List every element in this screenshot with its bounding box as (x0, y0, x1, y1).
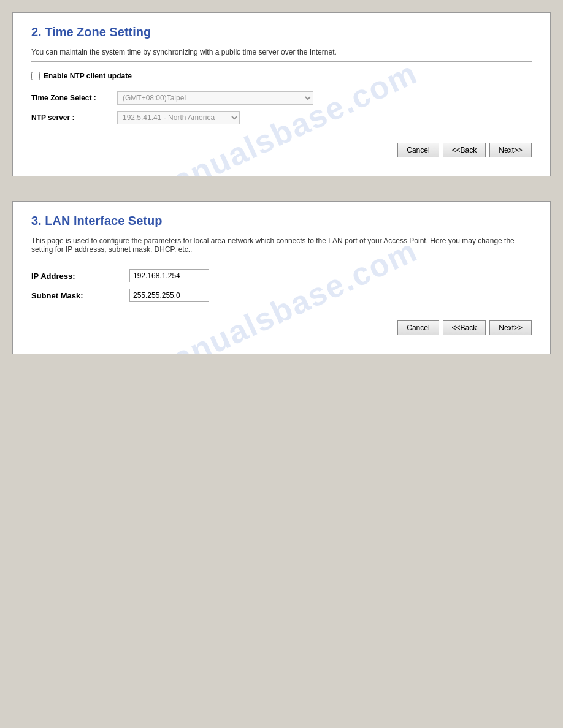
timezone-description: You can maintain the system time by sync… (31, 48, 532, 56)
timezone-select-row: Time Zone Select : (GMT+08:00)Taipei (31, 91, 532, 105)
ntp-checkbox-label[interactable]: Enable NTP client update (44, 72, 132, 80)
ntp-checkbox[interactable] (31, 72, 40, 80)
timezone-panel: 2. Time Zone Setting You can maintain th… (12, 12, 551, 176)
lan-cancel-button[interactable]: Cancel (397, 320, 439, 335)
timezone-select-label: Time Zone Select : (31, 94, 117, 102)
lan-back-button[interactable]: <<Back (443, 320, 486, 335)
lan-title: 3. LAN Interface Setup (31, 214, 532, 228)
lan-divider (31, 259, 532, 259)
ip-address-input[interactable] (129, 269, 209, 282)
timezone-cancel-button[interactable]: Cancel (397, 143, 439, 157)
ntp-server-label: NTP server : (31, 113, 117, 122)
subnet-mask-input[interactable] (129, 289, 209, 302)
ip-address-row: IP Address: (31, 269, 532, 282)
lan-next-button[interactable]: Next>> (489, 320, 532, 335)
timezone-button-row: Cancel <<Back Next>> (31, 143, 532, 157)
timezone-title: 2. Time Zone Setting (31, 25, 532, 39)
lan-panel: 3. LAN Interface Setup This page is used… (12, 201, 551, 354)
timezone-select[interactable]: (GMT+08:00)Taipei (117, 91, 313, 105)
ip-address-label: IP Address: (31, 271, 129, 281)
lan-description: This page is used to configure the param… (31, 237, 532, 254)
ntp-checkbox-row: Enable NTP client update (31, 72, 532, 80)
ntp-server-row: NTP server : 192.5.41.41 - North America (31, 111, 532, 124)
ntp-server-select[interactable]: 192.5.41.41 - North America (117, 111, 240, 124)
lan-button-row: Cancel <<Back Next>> (31, 320, 532, 335)
timezone-next-button[interactable]: Next>> (489, 143, 532, 157)
timezone-back-button[interactable]: <<Back (443, 143, 486, 157)
timezone-divider (31, 61, 532, 62)
subnet-mask-row: Subnet Mask: (31, 289, 532, 302)
subnet-mask-label: Subnet Mask: (31, 291, 129, 300)
